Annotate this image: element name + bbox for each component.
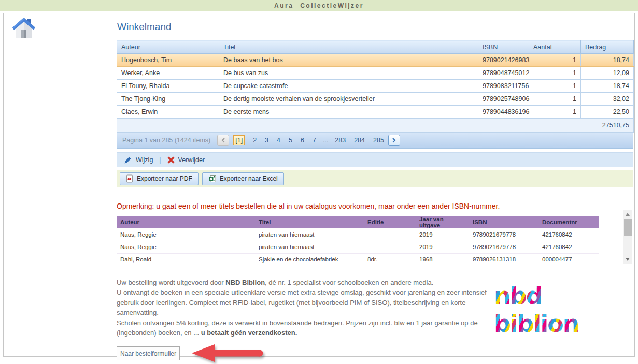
cell-auteur: Werker, Anke <box>117 67 219 80</box>
info-p3-pre: Scholen ontvangen 5% korting, deze is ve… <box>117 319 478 337</box>
app-title: Aura CollectieWijzer <box>274 2 364 9</box>
red-x-icon <box>167 156 175 164</box>
cell-titel: De dertig mooiste verhalen van de sprook… <box>219 93 478 106</box>
pager-page-link[interactable]: 2 <box>253 137 257 144</box>
cart-row[interactable]: Claes, Erwin De eerste mens 978904483619… <box>117 106 634 119</box>
cell-titel: De bus van zus <box>219 67 478 80</box>
toolbar-separator: | <box>159 156 161 164</box>
cell-isbn: 9789048745012 <box>478 67 529 80</box>
cart-row[interactable]: The Tjong-King De dertig mooiste verhale… <box>117 93 634 106</box>
duplicates-scrollbar[interactable] <box>623 210 632 264</box>
cell-isbn: 9789025748906 <box>478 93 529 106</box>
cart-table: Auteur Titel ISBN Aantal Bedrag Hogenbos… <box>117 40 634 133</box>
pdf-icon <box>126 174 133 183</box>
cart-row[interactable]: El Touny, Rhaida De cupcake catastrofe 9… <box>117 80 634 93</box>
chevron-right-icon <box>392 138 396 143</box>
info-p2: U ontvangt de boeken in een speciale uit… <box>117 288 487 316</box>
chevron-left-icon <box>221 138 225 143</box>
cart-header-row: Auteur Titel ISBN Aantal Bedrag <box>117 40 634 54</box>
nbd-biblion-logo: nbd biblion <box>494 282 632 338</box>
scrollbar-thumb[interactable] <box>624 219 632 236</box>
delete-button[interactable]: Verwijder <box>167 156 205 164</box>
cell-auteur: Hogenbosch, Tim <box>117 54 219 67</box>
cell-aantal: 1 <box>529 93 581 106</box>
cart-total-value: 27510,75 <box>117 119 634 133</box>
scroll-down-icon[interactable] <box>626 258 630 261</box>
dup-cell-editie: 8dr. <box>364 253 416 266</box>
cell-aantal: 1 <box>529 80 581 93</box>
col-isbn[interactable]: ISBN <box>478 40 529 54</box>
cell-aantal: 1 <box>529 106 581 119</box>
sidebar <box>4 13 100 356</box>
cart-row-selected[interactable]: Hogenbosch, Tim De baas van het bos 9789… <box>117 54 634 67</box>
dup-cell-auteur: Dahl, Roald <box>117 253 255 266</box>
dup-cell-jaar: 1968 <box>416 253 469 266</box>
dup-cell-documentnr: 421760842 <box>538 241 599 253</box>
dup-col-isbn: ISBN <box>469 216 538 228</box>
info-section: Uw bestelling wordt uitgevoerd door NBD … <box>117 273 633 338</box>
nbd-info-text: Uw bestelling wordt uitgevoerd door NBD … <box>117 278 494 338</box>
cell-isbn: 9789021426983 <box>478 54 529 67</box>
dup-col-editie: Editie <box>364 216 416 228</box>
dup-cell-titel: piraten van hiernaast <box>255 241 364 253</box>
dup-cell-titel: piraten van hiernaast <box>255 228 364 241</box>
pager-page-link[interactable]: 5 <box>289 137 292 144</box>
dup-col-titel: Titel <box>255 216 364 228</box>
export-excel-button[interactable]: Exporteer naar Excel <box>202 172 284 185</box>
order-form-button[interactable]: Naar bestelformulier <box>117 346 180 360</box>
col-bedrag[interactable]: Bedrag <box>581 40 634 54</box>
page-title: Winkelmand <box>117 21 634 33</box>
main-area: Winkelmand Auteur Titel ISBN Aantal Bedr… <box>101 13 634 356</box>
col-auteur[interactable]: Auteur <box>117 40 219 54</box>
pager-page-link[interactable]: 284 <box>354 137 365 144</box>
dup-cell-titel: Sjakie en de chocoladefabriek <box>255 253 364 266</box>
pagination-summary: Pagina 1 van 285 (1424 items) <box>122 137 210 144</box>
info-p1-pre: Uw bestelling wordt uitgevoerd door <box>117 279 225 286</box>
duplicates-region: Auteur Titel Editie Jaar van uitgave ISB… <box>117 216 633 266</box>
cell-bedrag: 18,74 <box>581 80 634 93</box>
dup-row: Naus, Reggie piraten van hiernaast 2019 … <box>117 241 599 253</box>
dup-col-auteur: Auteur <box>117 216 255 228</box>
dup-cell-isbn: 9789026131318 <box>469 253 538 266</box>
dup-col-documentnr: Documentnr <box>538 216 599 228</box>
pager-page-link[interactable]: 7 <box>313 137 316 144</box>
cell-auteur: Claes, Erwin <box>117 106 219 119</box>
pager-page-link[interactable]: 3 <box>265 137 268 144</box>
col-aantal[interactable]: Aantal <box>529 40 581 54</box>
pager-page-link[interactable]: 4 <box>277 137 280 144</box>
dup-cell-isbn: 9789021679778 <box>469 241 538 253</box>
dup-cell-editie <box>364 228 416 241</box>
dup-cell-editie <box>364 241 416 253</box>
cell-bedrag: 22,50 <box>581 106 634 119</box>
dup-cell-auteur: Naus, Reggie <box>117 228 255 241</box>
cell-bedrag: 32,02 <box>581 93 634 106</box>
cell-auteur: The Tjong-King <box>117 93 219 106</box>
cell-aantal: 1 <box>529 54 581 67</box>
cell-titel: De cupcake catastrofe <box>219 80 478 93</box>
dup-cell-documentnr: 421760842 <box>538 228 599 241</box>
dup-row: Dahl, Roald Sjakie en de chocoladefabrie… <box>117 253 599 266</box>
pager-page-link[interactable]: 285 <box>373 137 384 144</box>
pager-prev-button[interactable] <box>217 135 229 146</box>
pager-next-button[interactable] <box>388 135 400 146</box>
home-button[interactable] <box>11 17 36 41</box>
dup-header-row: Auteur Titel Editie Jaar van uitgave ISB… <box>117 216 599 228</box>
dup-cell-documentnr: 000004477 <box>538 253 599 266</box>
cell-auteur: El Touny, Rhaida <box>117 80 219 93</box>
pagination-bar: Pagina 1 van 285 (1424 items) [1] 2 3 4 … <box>117 133 633 149</box>
pager-page-link[interactable]: 283 <box>335 137 346 144</box>
dup-col-jaar: Jaar van uitgave <box>416 216 469 228</box>
content-panel: Winkelmand Auteur Titel ISBN Aantal Bedr… <box>3 13 635 357</box>
cell-bedrag: 12,09 <box>581 67 634 80</box>
pager-page-link[interactable]: 6 <box>301 137 304 144</box>
edit-button[interactable]: Wijzig <box>124 156 153 164</box>
pager-current-page: [1] <box>233 135 245 145</box>
scroll-up-icon[interactable] <box>626 213 630 216</box>
cell-aantal: 1 <box>529 67 581 80</box>
cell-bedrag: 18,74 <box>581 54 634 67</box>
cart-row[interactable]: Werker, Anke De bus van zus 978904874501… <box>117 67 634 80</box>
export-bar: Exporteer naar PDF Exporteer naar Excel <box>117 170 633 187</box>
col-titel[interactable]: Titel <box>219 40 478 54</box>
export-pdf-button[interactable]: Exporteer naar PDF <box>120 172 199 185</box>
excel-icon <box>208 174 216 183</box>
